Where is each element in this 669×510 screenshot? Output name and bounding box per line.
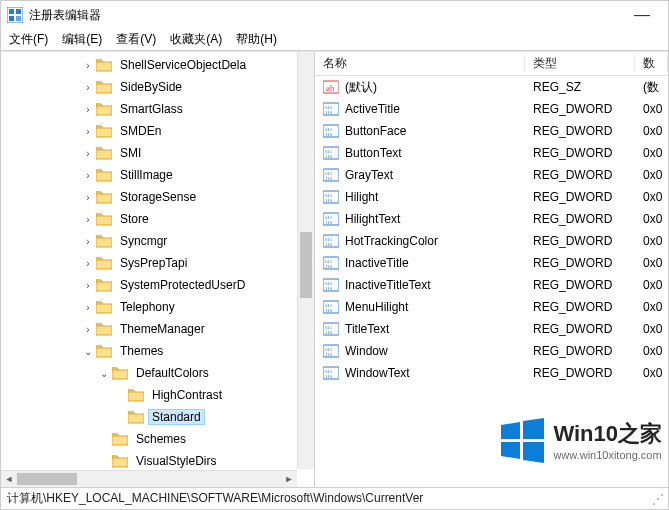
tree-item-label: Themes xyxy=(116,343,167,359)
chevron-right-icon[interactable]: › xyxy=(81,126,95,137)
chevron-right-icon[interactable]: › xyxy=(81,82,95,93)
value-row[interactable]: 011110WindowREG_DWORD0x0 xyxy=(315,340,668,362)
chevron-right-icon[interactable]: › xyxy=(81,302,95,313)
tree-item[interactable]: ›SMI xyxy=(1,142,314,164)
tree-item[interactable]: ›Syncmgr xyxy=(1,230,314,252)
value-data: 0x0 xyxy=(635,322,668,336)
string-value-icon: ab xyxy=(323,79,339,95)
grid-header: 名称 类型 数 xyxy=(315,52,668,76)
value-name: Window xyxy=(345,344,388,358)
value-type: REG_DWORD xyxy=(525,366,635,380)
tree-item[interactable]: ›SideBySide xyxy=(1,76,314,98)
value-row[interactable]: 011110MenuHilightREG_DWORD0x0 xyxy=(315,296,668,318)
menu-file[interactable]: 文件(F) xyxy=(9,31,48,48)
value-type: REG_DWORD xyxy=(525,102,635,116)
tree-item[interactable]: ›Store xyxy=(1,208,314,230)
value-data: 0x0 xyxy=(635,278,668,292)
value-type: REG_DWORD xyxy=(525,234,635,248)
chevron-down-icon[interactable]: ⌄ xyxy=(81,346,95,357)
tree-item[interactable]: ›SystemProtectedUserD xyxy=(1,274,314,296)
menu-favorites[interactable]: 收藏夹(A) xyxy=(170,31,222,48)
value-row[interactable]: ab(默认)REG_SZ(数 xyxy=(315,76,668,98)
chevron-right-icon[interactable]: › xyxy=(81,324,95,335)
minimize-button[interactable]: — xyxy=(622,6,662,24)
chevron-right-icon[interactable]: › xyxy=(81,280,95,291)
column-header-name[interactable]: 名称 xyxy=(315,55,525,72)
value-list-pane[interactable]: 名称 类型 数 ab(默认)REG_SZ(数011110ActiveTitleR… xyxy=(315,52,668,487)
dword-value-icon: 011110 xyxy=(323,277,339,293)
scrollbar-thumb[interactable] xyxy=(17,473,77,485)
tree-item-label: SysPrepTapi xyxy=(116,255,191,271)
column-header-type[interactable]: 类型 xyxy=(525,55,635,72)
chevron-down-icon[interactable]: ⌄ xyxy=(97,368,111,379)
tree-item[interactable]: ›ShellServiceObjectDela xyxy=(1,54,314,76)
value-name: ActiveTitle xyxy=(345,102,400,116)
value-row[interactable]: 011110HilightREG_DWORD0x0 xyxy=(315,186,668,208)
menu-view[interactable]: 查看(V) xyxy=(116,31,156,48)
tree-item[interactable]: ›ThemeManager xyxy=(1,318,314,340)
value-row[interactable]: 011110ButtonTextREG_DWORD0x0 xyxy=(315,142,668,164)
tree-scrollbar-horizontal[interactable]: ◄ ► xyxy=(1,470,297,487)
value-row[interactable]: 011110WindowTextREG_DWORD0x0 xyxy=(315,362,668,384)
tree-item[interactable]: ›SmartGlass xyxy=(1,98,314,120)
tree-item[interactable]: ⌄DefaultColors xyxy=(1,362,314,384)
value-data: 0x0 xyxy=(635,256,668,270)
chevron-right-icon[interactable]: › xyxy=(81,104,95,115)
chevron-right-icon[interactable]: › xyxy=(81,192,95,203)
value-data: 0x0 xyxy=(635,212,668,226)
dword-value-icon: 011110 xyxy=(323,167,339,183)
scroll-left-icon[interactable]: ◄ xyxy=(1,471,17,487)
titlebar[interactable]: 注册表编辑器 — xyxy=(1,1,668,29)
value-name: (默认) xyxy=(345,79,377,96)
watermark: Win10之家 www.win10xitong.com xyxy=(499,417,662,463)
tree-item[interactable]: ›Standard xyxy=(1,406,314,428)
dword-value-icon: 011110 xyxy=(323,123,339,139)
chevron-right-icon[interactable]: › xyxy=(81,236,95,247)
scrollbar-thumb[interactable] xyxy=(300,232,312,298)
value-name: TitleText xyxy=(345,322,389,336)
windows-logo-icon xyxy=(499,417,545,463)
svg-rect-1 xyxy=(9,9,14,14)
value-row[interactable]: 011110GrayTextREG_DWORD0x0 xyxy=(315,164,668,186)
resize-grip-icon[interactable]: ⋰ xyxy=(652,492,662,506)
folder-icon xyxy=(96,278,112,292)
tree-item[interactable]: ›SMDEn xyxy=(1,120,314,142)
folder-icon xyxy=(112,432,128,446)
tree-item[interactable]: ›SysPrepTapi xyxy=(1,252,314,274)
value-type: REG_DWORD xyxy=(525,300,635,314)
folder-icon xyxy=(128,388,144,402)
menu-help[interactable]: 帮助(H) xyxy=(236,31,277,48)
value-row[interactable]: 011110HilightTextREG_DWORD0x0 xyxy=(315,208,668,230)
tree-item[interactable]: ⌄Themes xyxy=(1,340,314,362)
value-type: REG_DWORD xyxy=(525,212,635,226)
dword-value-icon: 011110 xyxy=(323,343,339,359)
chevron-right-icon[interactable]: › xyxy=(81,170,95,181)
chevron-right-icon[interactable]: › xyxy=(81,60,95,71)
tree-item[interactable]: ›VisualStyleDirs xyxy=(1,450,314,472)
tree-item[interactable]: ›StorageSense xyxy=(1,186,314,208)
value-row[interactable]: 011110ButtonFaceREG_DWORD0x0 xyxy=(315,120,668,142)
tree-item[interactable]: ›HighContrast xyxy=(1,384,314,406)
tree-item[interactable]: ›Telephony xyxy=(1,296,314,318)
tree-item-label: SMDEn xyxy=(116,123,165,139)
chevron-right-icon[interactable]: › xyxy=(81,148,95,159)
svg-text:110: 110 xyxy=(325,242,333,247)
column-header-data[interactable]: 数 xyxy=(635,55,668,72)
tree-item[interactable]: ›Schemes xyxy=(1,428,314,450)
tree-item-label: SideBySide xyxy=(116,79,186,95)
tree-scrollbar-vertical[interactable] xyxy=(297,52,314,469)
chevron-right-icon[interactable]: › xyxy=(81,214,95,225)
svg-text:110: 110 xyxy=(325,352,333,357)
value-row[interactable]: 011110TitleTextREG_DWORD0x0 xyxy=(315,318,668,340)
menu-edit[interactable]: 编辑(E) xyxy=(62,31,102,48)
chevron-right-icon[interactable]: › xyxy=(81,258,95,269)
value-row[interactable]: 011110ActiveTitleREG_DWORD0x0 xyxy=(315,98,668,120)
folder-icon xyxy=(96,300,112,314)
value-row[interactable]: 011110InactiveTitleTextREG_DWORD0x0 xyxy=(315,274,668,296)
value-row[interactable]: 011110HotTrackingColorREG_DWORD0x0 xyxy=(315,230,668,252)
scroll-right-icon[interactable]: ► xyxy=(281,471,297,487)
tree-pane[interactable]: ›ShellServiceObjectDela›SideBySide›Smart… xyxy=(1,52,315,487)
tree-item[interactable]: ›StillImage xyxy=(1,164,314,186)
svg-rect-2 xyxy=(16,9,21,14)
value-row[interactable]: 011110InactiveTitleREG_DWORD0x0 xyxy=(315,252,668,274)
